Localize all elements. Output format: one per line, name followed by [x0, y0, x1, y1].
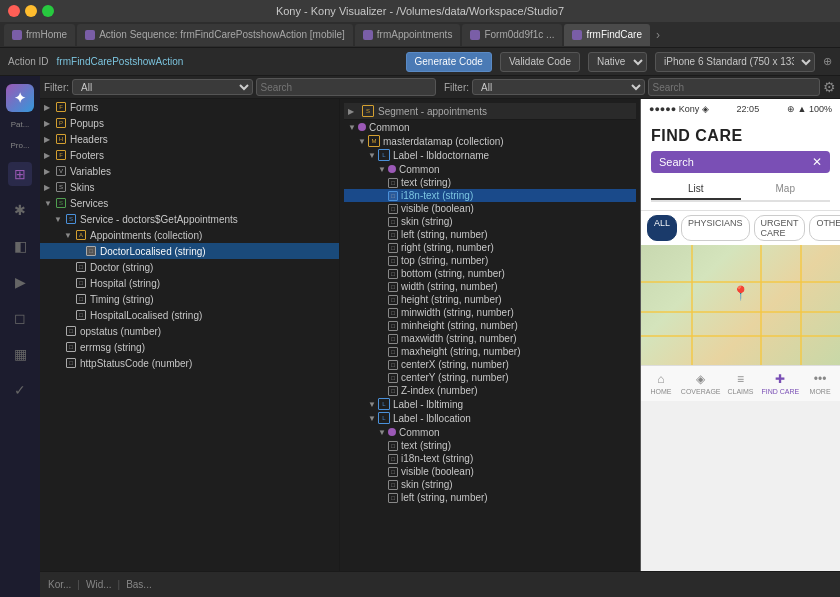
tree-item-service-doctors[interactable]: ▼ S Service - doctors$GetAppointments — [40, 211, 339, 227]
phone-tab-list[interactable]: List — [651, 179, 741, 200]
phone-tab-map[interactable]: Map — [741, 179, 831, 200]
rt-skin[interactable]: □ skin (string) — [344, 215, 636, 228]
rt-common2[interactable]: ▼ Common — [344, 162, 636, 176]
chip-all[interactable]: ALL — [647, 215, 677, 241]
nav-claims[interactable]: ≡ CLAIMS — [721, 372, 761, 395]
rt-centery[interactable]: □ centerY (string, number) — [344, 371, 636, 384]
rt-visible2[interactable]: □ visible (boolean) — [344, 465, 636, 478]
tree-item-popups[interactable]: ▶ P Popups — [40, 115, 339, 131]
minimize-button[interactable] — [25, 5, 37, 17]
rt-i18n-text2[interactable]: □ i18n-text (string) — [344, 452, 636, 465]
sidebar-icon-play[interactable]: ▶ — [8, 270, 32, 294]
tree-item-variables[interactable]: ▶ V Variables — [40, 163, 339, 179]
rt-minheight[interactable]: □ minheight (string, number) — [344, 319, 636, 332]
device-dropdown[interactable]: iPhone 6 Standard (750 x 1334) — [655, 52, 815, 72]
left-filter-select[interactable]: All — [72, 79, 253, 95]
chip-other[interactable]: OTHER — [809, 215, 840, 241]
nav-home[interactable]: ⌂ HOME — [641, 372, 681, 395]
tree-item-skins[interactable]: ▶ S Skins — [40, 179, 339, 195]
right-filter-select[interactable]: All — [472, 79, 645, 95]
headers-label: Headers — [70, 134, 108, 145]
tab-overflow-icon[interactable]: › — [656, 28, 660, 42]
rt-text2[interactable]: □ text (string) — [344, 439, 636, 452]
sidebar-icon-layers[interactable]: ◧ — [8, 234, 32, 258]
tab-form0dd[interactable]: Form0dd9f1c ... — [462, 24, 562, 46]
chip-urgent-care[interactable]: URGENT CARE — [754, 215, 806, 241]
sidebar-icon-grid[interactable]: ⊞ — [8, 162, 32, 186]
tree-item-timing[interactable]: □ Timing (string) — [40, 291, 339, 307]
tree-item-forms[interactable]: ▶ F Forms — [40, 99, 339, 115]
phone-search-bar[interactable]: Search ✕ — [651, 151, 830, 173]
find-care-title: FIND CARE — [651, 127, 830, 145]
arrow-skins: ▶ — [44, 183, 54, 192]
generate-code-button[interactable]: Generate Code — [406, 52, 492, 72]
native-dropdown[interactable]: Native — [588, 52, 647, 72]
rt-common[interactable]: ▼ Common — [344, 120, 636, 134]
rt-top[interactable]: □ top (string, number) — [344, 254, 636, 267]
nav-claims-label: CLAIMS — [727, 388, 753, 395]
tab-find-care[interactable]: frmFindCare — [564, 24, 650, 46]
rt-text[interactable]: □ text (string) — [344, 176, 636, 189]
tree-item-hospital-localised[interactable]: □ HospitalLocalised (string) — [40, 307, 339, 323]
close-button[interactable] — [8, 5, 20, 17]
rt-visible[interactable]: □ visible (boolean) — [344, 202, 636, 215]
arrow-appointments: ▼ — [64, 231, 74, 240]
rt-label-doctor[interactable]: ▼ L Label - lbldoctorname — [344, 148, 636, 162]
rt-centerx[interactable]: □ centerX (string, number) — [344, 358, 636, 371]
rt-bottom[interactable]: □ bottom (string, number) — [344, 267, 636, 280]
validate-code-button[interactable]: Validate Code — [500, 52, 580, 72]
sidebar-icon-calendar[interactable]: ▦ — [8, 342, 32, 366]
nav-more[interactable]: ••• MORE — [800, 372, 840, 395]
tree-item-appointments-collection[interactable]: ▼ A Appointments (collection) — [40, 227, 339, 243]
rt-left2[interactable]: □ left (string, number) — [344, 491, 636, 504]
tab-action-seq[interactable]: Action Sequence: frmFindCarePostshowActi… — [77, 24, 353, 46]
map-road-v2 — [760, 245, 762, 365]
tree-item-services[interactable]: ▼ S Services — [40, 195, 339, 211]
zoom-icon[interactable]: ⊕ — [823, 55, 832, 68]
tree-item-opstatus[interactable]: □ opstatus (number) — [40, 323, 339, 339]
rt-height[interactable]: □ height (string, number) — [344, 293, 636, 306]
rt-maxheight[interactable]: □ maxheight (string, number) — [344, 345, 636, 358]
tab-frm-home-label: frmHome — [26, 29, 67, 40]
rt-masterdatamap[interactable]: ▼ M masterdatamap (collection) — [344, 134, 636, 148]
appointments-icon: A — [74, 228, 88, 242]
tree-item-footers[interactable]: ▶ F Footers — [40, 147, 339, 163]
httpstatus-label: httpStatusCode (number) — [80, 358, 192, 369]
maximize-button[interactable] — [42, 5, 54, 17]
tab-appointments[interactable]: frmAppointments — [355, 24, 461, 46]
tree-item-doctor-localised[interactable]: □ DoctorLocalised (string) — [40, 243, 339, 259]
rt-right[interactable]: □ right (string, number) — [344, 241, 636, 254]
tree-item-httpstatus[interactable]: □ httpStatusCode (number) — [40, 355, 339, 371]
skins-label: Skins — [70, 182, 94, 193]
sidebar-icon-check[interactable]: ✓ — [8, 378, 32, 402]
tree-item-hospital[interactable]: □ Hospital (string) — [40, 275, 339, 291]
rt-left[interactable]: □ left (string, number) — [344, 228, 636, 241]
right-search-input[interactable] — [648, 78, 821, 96]
rt-right-label: right (string, number) — [401, 242, 494, 253]
left-search-input[interactable] — [256, 78, 437, 96]
rt-common3[interactable]: ▼ Common — [344, 425, 636, 439]
rt-width[interactable]: □ width (string, number) — [344, 280, 636, 293]
rt-label-timing[interactable]: ▼ L Label - lbltiming — [344, 397, 636, 411]
tab-frm-home[interactable]: frmHome — [4, 24, 75, 46]
rt-i18n-text[interactable]: □ i18n-text (string) — [344, 189, 636, 202]
sidebar-icon-tools[interactable]: ✱ — [8, 198, 32, 222]
chip-physicians[interactable]: PHYSICIANS — [681, 215, 750, 241]
rt-i18n-text2-label: i18n-text (string) — [401, 453, 473, 464]
nav-find-care[interactable]: ✚ FIND CARE — [760, 372, 800, 395]
tree-item-headers[interactable]: ▶ H Headers — [40, 131, 339, 147]
phone-search-clear[interactable]: ✕ — [812, 155, 822, 169]
doctor-icon: □ — [74, 260, 88, 274]
sidebar-icon-bag[interactable]: ◻ — [8, 306, 32, 330]
rt-minwidth[interactable]: □ minwidth (string, number) — [344, 306, 636, 319]
hospital-label: Hospital (string) — [90, 278, 160, 289]
rt-zindex[interactable]: □ Z-index (number) — [344, 384, 636, 397]
rt-label-location[interactable]: ▼ L Label - lbllocation — [344, 411, 636, 425]
rt-maxwidth[interactable]: □ maxwidth (string, number) — [344, 332, 636, 345]
tree-item-doctor[interactable]: □ Doctor (string) — [40, 259, 339, 275]
rt-centery-icon: □ — [388, 373, 398, 383]
nav-coverage[interactable]: ◈ COVERAGE — [681, 372, 721, 395]
filter-settings-icon[interactable]: ⚙ — [823, 79, 836, 95]
rt-skin2[interactable]: □ skin (string) — [344, 478, 636, 491]
tree-item-errmsg[interactable]: □ errmsg (string) — [40, 339, 339, 355]
